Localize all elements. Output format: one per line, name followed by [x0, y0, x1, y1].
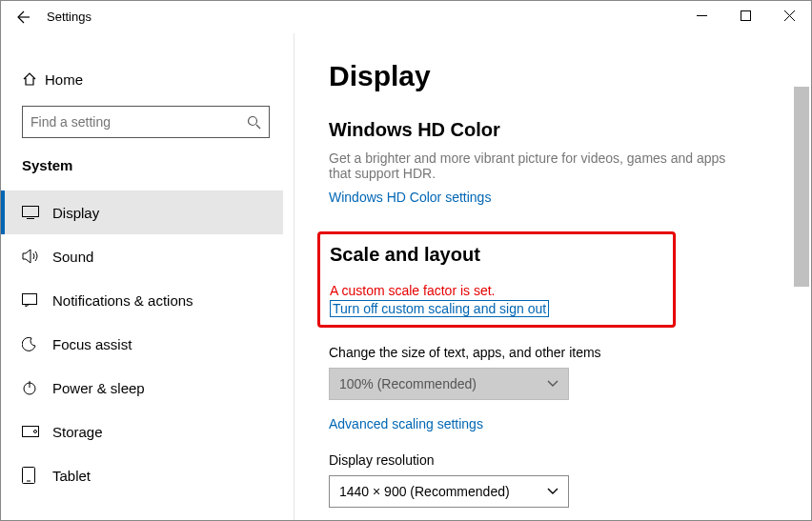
- hdcolor-heading: Windows HD Color: [329, 119, 773, 141]
- text-size-dropdown: 100% (Recommended): [329, 368, 569, 400]
- svg-rect-5: [23, 427, 39, 437]
- focus-assist-icon: [22, 336, 52, 351]
- chevron-down-icon: [547, 488, 558, 495]
- svg-point-1: [249, 116, 257, 125]
- back-button[interactable]: [1, 1, 43, 33]
- nav-power-sleep[interactable]: Power & sleep: [1, 366, 283, 410]
- category-heading: System: [1, 138, 283, 187]
- nav-storage[interactable]: Storage: [1, 410, 283, 453]
- home-icon: [22, 71, 45, 87]
- nav-focus-assist[interactable]: Focus assist: [1, 322, 283, 366]
- display-icon: [22, 206, 52, 219]
- notifications-icon: [22, 292, 52, 308]
- resolution-dropdown[interactable]: 1440 × 900 (Recommended): [329, 475, 569, 508]
- advanced-scaling-link[interactable]: Advanced scaling settings: [329, 416, 483, 431]
- nav-item-label: Display: [52, 205, 99, 221]
- scale-heading: Scale and layout: [330, 244, 663, 266]
- close-button[interactable]: [767, 1, 811, 30]
- nav-sound[interactable]: Sound: [1, 234, 283, 278]
- svg-rect-0: [741, 10, 750, 20]
- nav-notifications[interactable]: Notifications & actions: [1, 278, 283, 322]
- hdcolor-settings-link[interactable]: Windows HD Color settings: [329, 190, 491, 205]
- search-icon: [247, 115, 261, 130]
- nav-home-label: Home: [45, 71, 83, 88]
- nav-item-label: Sound: [52, 249, 93, 265]
- chevron-down-icon: [547, 380, 558, 388]
- sound-icon: [22, 249, 52, 264]
- nav-item-label: Tablet: [52, 468, 91, 484]
- sidebar: Home System Display Sound Notifications …: [1, 33, 294, 520]
- nav-home[interactable]: Home: [1, 60, 283, 98]
- vertical-scrollbar[interactable]: [794, 87, 809, 287]
- nav-item-label: Notifications & actions: [52, 292, 193, 309]
- svg-point-6: [34, 431, 37, 433]
- tablet-icon: [22, 467, 52, 484]
- search-box[interactable]: [22, 106, 270, 138]
- page-title: Display: [329, 60, 773, 92]
- main-content: Display Windows HD Color Get a brighter …: [294, 33, 811, 520]
- nav-item-label: Power & sleep: [52, 380, 145, 396]
- search-input[interactable]: [30, 114, 247, 130]
- text-size-label: Change the size of text, apps, and other…: [329, 345, 773, 360]
- svg-rect-3: [23, 294, 37, 305]
- nav-tablet[interactable]: Tablet: [1, 453, 283, 497]
- minimize-button[interactable]: [680, 1, 723, 30]
- maximize-button[interactable]: [723, 1, 767, 30]
- power-icon: [22, 380, 52, 395]
- nav-item-label: Focus assist: [52, 336, 132, 352]
- svg-rect-2: [23, 207, 39, 217]
- storage-icon: [22, 426, 52, 437]
- hdcolor-description: Get a brighter and more vibrant picture …: [329, 150, 739, 181]
- resolution-value: 1440 × 900 (Recommended): [339, 484, 510, 499]
- nav-display[interactable]: Display: [1, 190, 283, 234]
- text-size-value: 100% (Recommended): [339, 376, 477, 391]
- turn-off-scaling-link[interactable]: Turn off custom scaling and sign out: [330, 300, 549, 317]
- resolution-label: Display resolution: [329, 452, 773, 468]
- scale-layout-highlight: Scale and layout A custom scale factor i…: [317, 231, 676, 328]
- nav-item-label: Storage: [52, 424, 103, 440]
- window-title: Settings: [43, 1, 91, 33]
- custom-scale-warning: A custom scale factor is set.: [330, 283, 663, 298]
